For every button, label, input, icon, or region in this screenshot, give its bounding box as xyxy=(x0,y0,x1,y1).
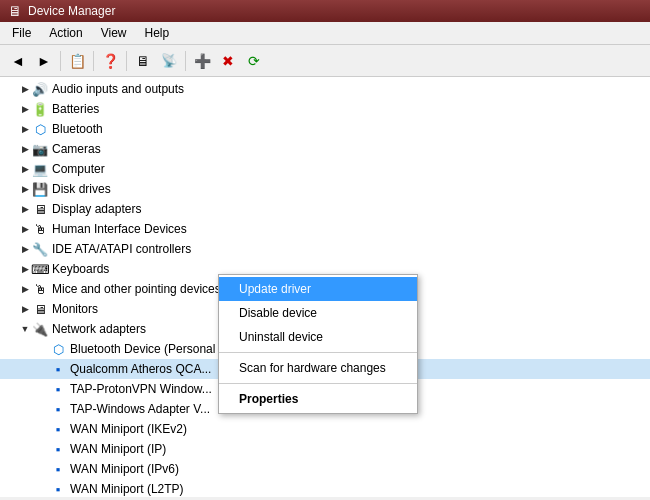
tree-item-computer[interactable]: 💻 Computer xyxy=(0,159,650,179)
computer-icon: 💻 xyxy=(32,161,48,177)
remove-button[interactable]: ✖ xyxy=(216,49,240,73)
ctx-properties[interactable]: Properties xyxy=(219,387,417,411)
expand-audio[interactable] xyxy=(18,82,32,96)
expand-network[interactable] xyxy=(18,322,32,336)
monitors-label: Monitors xyxy=(52,302,98,316)
audio-label: Audio inputs and outputs xyxy=(52,82,184,96)
tap-proton-icon: ▪ xyxy=(50,381,66,397)
expand-computer[interactable] xyxy=(18,162,32,176)
ctx-disable-device[interactable]: Disable device xyxy=(219,301,417,325)
tree-item-batteries[interactable]: 🔋 Batteries xyxy=(0,99,650,119)
menu-file[interactable]: File xyxy=(4,24,39,42)
context-menu: Update driver Disable device Uninstall d… xyxy=(218,274,418,414)
bluetooth-icon: ⬡ xyxy=(32,121,48,137)
audio-icon: 🔊 xyxy=(32,81,48,97)
expand-monitors[interactable] xyxy=(18,302,32,316)
expand-ide[interactable] xyxy=(18,242,32,256)
mice-icon: 🖱 xyxy=(32,281,48,297)
monitor-button[interactable]: 🖥 xyxy=(131,49,155,73)
menu-view[interactable]: View xyxy=(93,24,135,42)
wan-ip-icon: ▪ xyxy=(50,441,66,457)
ctx-separator-1 xyxy=(219,352,417,353)
title-bar-text: Device Manager xyxy=(28,4,115,18)
toolbar-separator-3 xyxy=(126,51,127,71)
menu-bar: File Action View Help xyxy=(0,22,650,45)
tree-item-wan-l2tp[interactable]: ▪ WAN Miniport (L2TP) xyxy=(0,479,650,497)
keyboards-icon: ⌨ xyxy=(32,261,48,277)
main-area: 🔊 Audio inputs and outputs 🔋 Batteries ⬡… xyxy=(0,77,650,497)
expand-diskdrives[interactable] xyxy=(18,182,32,196)
tree-item-display[interactable]: 🖥 Display adapters xyxy=(0,199,650,219)
expand-hid[interactable] xyxy=(18,222,32,236)
net-bluetooth-icon: ⬡ xyxy=(50,341,66,357)
toolbar-separator-2 xyxy=(93,51,94,71)
toolbar: ◄ ► 📋 ❓ 🖥 📡 ➕ ✖ ⟳ xyxy=(0,45,650,77)
qualcomm-icon: ▪ xyxy=(50,361,66,377)
title-bar: 🖥 Device Manager xyxy=(0,0,650,22)
expand-batteries[interactable] xyxy=(18,102,32,116)
ide-label: IDE ATA/ATAPI controllers xyxy=(52,242,191,256)
expand-cameras[interactable] xyxy=(18,142,32,156)
keyboards-label: Keyboards xyxy=(52,262,109,276)
forward-button[interactable]: ► xyxy=(32,49,56,73)
tree-item-bluetooth[interactable]: ⬡ Bluetooth xyxy=(0,119,650,139)
display-label: Display adapters xyxy=(52,202,141,216)
wan-ikev2-label: WAN Miniport (IKEv2) xyxy=(70,422,187,436)
hid-icon: 🖱 xyxy=(32,221,48,237)
tree-item-wan-ipv6[interactable]: ▪ WAN Miniport (IPv6) xyxy=(0,459,650,479)
tree-item-cameras[interactable]: 📷 Cameras xyxy=(0,139,650,159)
expand-bluetooth[interactable] xyxy=(18,122,32,136)
tree-item-wan-ip[interactable]: ▪ WAN Miniport (IP) xyxy=(0,439,650,459)
cameras-icon: 📷 xyxy=(32,141,48,157)
batteries-label: Batteries xyxy=(52,102,99,116)
tap-proton-label: TAP-ProtonVPN Window... xyxy=(70,382,212,396)
tap-win-icon: ▪ xyxy=(50,401,66,417)
ide-icon: 🔧 xyxy=(32,241,48,257)
wan-ip-label: WAN Miniport (IP) xyxy=(70,442,166,456)
wan-ipv6-icon: ▪ xyxy=(50,461,66,477)
tree-item-ide[interactable]: 🔧 IDE ATA/ATAPI controllers xyxy=(0,239,650,259)
ctx-separator-2 xyxy=(219,383,417,384)
scan-button[interactable]: 📡 xyxy=(157,49,181,73)
cameras-label: Cameras xyxy=(52,142,101,156)
back-button[interactable]: ◄ xyxy=(6,49,30,73)
diskdrives-label: Disk drives xyxy=(52,182,111,196)
qualcomm-label: Qualcomm Atheros QCA... xyxy=(70,362,211,376)
update-button[interactable]: ⟳ xyxy=(242,49,266,73)
display-icon: 🖥 xyxy=(32,201,48,217)
bluetooth-label: Bluetooth xyxy=(52,122,103,136)
mice-label: Mice and other pointing devices xyxy=(52,282,221,296)
computer-label: Computer xyxy=(52,162,105,176)
batteries-icon: 🔋 xyxy=(32,101,48,117)
tree-item-wan-ikev2[interactable]: ▪ WAN Miniport (IKEv2) xyxy=(0,419,650,439)
add-button[interactable]: ➕ xyxy=(190,49,214,73)
menu-action[interactable]: Action xyxy=(41,24,90,42)
properties-button[interactable]: 📋 xyxy=(65,49,89,73)
hid-label: Human Interface Devices xyxy=(52,222,187,236)
toolbar-separator-4 xyxy=(185,51,186,71)
menu-help[interactable]: Help xyxy=(137,24,178,42)
expand-mice[interactable] xyxy=(18,282,32,296)
tree-item-hid[interactable]: 🖱 Human Interface Devices xyxy=(0,219,650,239)
toolbar-separator-1 xyxy=(60,51,61,71)
monitors-icon: 🖥 xyxy=(32,301,48,317)
wan-l2tp-icon: ▪ xyxy=(50,481,66,497)
wan-ipv6-label: WAN Miniport (IPv6) xyxy=(70,462,179,476)
ctx-update-driver[interactable]: Update driver xyxy=(219,277,417,301)
ctx-uninstall-device[interactable]: Uninstall device xyxy=(219,325,417,349)
tree-item-diskdrives[interactable]: 💾 Disk drives xyxy=(0,179,650,199)
wan-l2tp-label: WAN Miniport (L2TP) xyxy=(70,482,184,496)
network-label: Network adapters xyxy=(52,322,146,336)
wan-ikev2-icon: ▪ xyxy=(50,421,66,437)
ctx-scan-changes[interactable]: Scan for hardware changes xyxy=(219,356,417,380)
tree-item-audio[interactable]: 🔊 Audio inputs and outputs xyxy=(0,79,650,99)
network-icon: 🔌 xyxy=(32,321,48,337)
help-button[interactable]: ❓ xyxy=(98,49,122,73)
diskdrives-icon: 💾 xyxy=(32,181,48,197)
expand-display[interactable] xyxy=(18,202,32,216)
tap-win-label: TAP-Windows Adapter V... xyxy=(70,402,210,416)
title-bar-icon: 🖥 xyxy=(8,3,22,19)
